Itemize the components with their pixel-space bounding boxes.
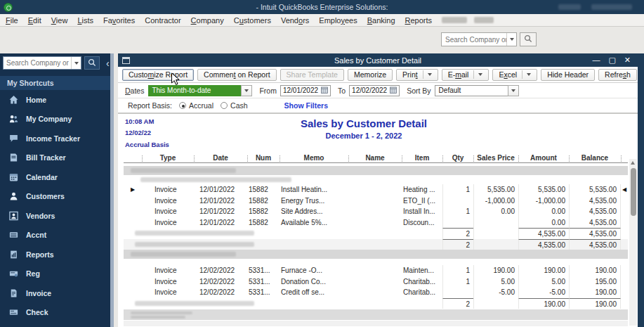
dates-select[interactable]: This Month-to-date <box>148 85 241 96</box>
global-search-input[interactable] <box>442 36 506 44</box>
sidebar-item-customers[interactable]: Customers <box>0 187 114 207</box>
sidebar-scrollbar[interactable] <box>110 53 114 327</box>
table-row[interactable]: Invoice12/02/20225331...Credit off se...… <box>124 287 628 298</box>
hide-header-button[interactable]: Hide Header <box>541 69 595 81</box>
calendar-icon[interactable] <box>321 86 328 95</box>
search-button[interactable] <box>520 32 537 46</box>
menu-item-file[interactable]: File <box>6 16 18 25</box>
redacted-text <box>135 301 254 306</box>
search-icon <box>524 33 532 46</box>
memorize-button[interactable]: Memorize <box>348 69 393 81</box>
column-header-balance[interactable]: Balance <box>569 154 621 162</box>
sidebar-search-input[interactable] <box>4 59 71 67</box>
report-title: Sales by Customer Detail <box>118 117 610 129</box>
menu-item-favorites[interactable]: Favorites <box>103 16 135 25</box>
redacted-text <box>131 316 185 319</box>
menu-item-banking[interactable]: Banking <box>367 16 395 25</box>
to-date-field[interactable]: 12/02/2022 <box>349 85 400 96</box>
table-row[interactable]: ▶Invoice12/01/202215882Install Heatin...… <box>124 184 628 195</box>
sidebar-item-check[interactable]: Check <box>0 303 114 323</box>
menu-item-customers[interactable]: Customers <box>234 16 271 25</box>
close-button[interactable]: ✕ <box>624 56 631 64</box>
sidebar-search-button[interactable] <box>84 56 100 70</box>
menu-item-vendors[interactable]: Vendors <box>281 16 309 25</box>
sidebar-item-label: Reg <box>26 269 40 278</box>
sortby-select-caret[interactable] <box>508 85 519 96</box>
cash-label: Cash <box>230 101 248 110</box>
minimize-button[interactable]: — <box>592 56 600 64</box>
sidebar-items: HomeMy CompanyIncome TrackerBill Tracker… <box>0 90 114 327</box>
excel-button[interactable]: Excel <box>492 69 537 81</box>
calendar-icon[interactable] <box>390 86 397 95</box>
bill-tracker-icon <box>8 153 19 162</box>
top-toolbar-strip <box>0 27 644 53</box>
sidebar-item-income-tracker[interactable]: Income Tracker <box>0 129 114 148</box>
sidebar-search-box[interactable] <box>3 56 81 70</box>
sidebar-item-bill[interactable]: Bill <box>0 322 114 327</box>
column-header-qty[interactable]: Qty <box>442 154 473 162</box>
menu-item-lists[interactable]: Lists <box>77 16 93 25</box>
show-filters-link[interactable]: Show Filters <box>284 101 328 110</box>
column-header-date[interactable]: Date <box>194 154 247 162</box>
sidebar-item-invoice[interactable]: Invoice <box>0 283 114 303</box>
menu-item-employees[interactable]: Employees <box>319 16 357 25</box>
table-row[interactable]: Invoice12/01/202215882Energy Trus...ETO_… <box>124 195 628 207</box>
sidebar-item-reports[interactable]: Reports <box>0 245 114 264</box>
menu-item-edit[interactable]: Edit <box>28 16 41 25</box>
customize-report-button[interactable]: Customize Report <box>122 69 194 81</box>
column-header-amount[interactable]: Amount <box>518 154 569 162</box>
chevron-down-icon[interactable] <box>478 73 482 76</box>
table-row[interactable]: Invoice12/01/202215882Site Addres...Inst… <box>124 206 628 217</box>
column-header-item[interactable]: Item <box>402 154 442 162</box>
sortby-select[interactable]: Default <box>435 85 508 96</box>
column-header-num[interactable]: Num <box>247 154 280 162</box>
maximize-button[interactable]: ▢ <box>608 56 615 64</box>
global-search-box[interactable] <box>441 32 517 46</box>
accrual-radio[interactable] <box>179 102 186 109</box>
menu-item-contractor[interactable]: Contractor <box>145 16 180 25</box>
refresh-button[interactable]: Refresh <box>598 69 637 81</box>
scroll-up-icon[interactable] <box>631 161 635 165</box>
column-header-name[interactable]: Name <box>348 154 402 162</box>
comment-on-report-button[interactable]: Comment on Report <box>197 69 277 81</box>
scrollbar-thumb[interactable] <box>631 168 636 216</box>
dates-select-caret[interactable] <box>241 85 252 96</box>
menu-bar: FileEditViewListsFavoritesContractorComp… <box>0 14 644 27</box>
sidebar-item-reg[interactable]: Reg <box>0 264 114 284</box>
job-subheading-row <box>124 175 628 184</box>
sidebar-item-accnt[interactable]: Accnt <box>0 226 114 245</box>
column-header-memo[interactable]: Memo <box>280 154 348 162</box>
sidebar-item-my-company[interactable]: My Company <box>0 110 114 129</box>
share-template-button[interactable]: Share Template <box>280 69 344 81</box>
menu-item-company[interactable]: Company <box>191 16 224 25</box>
e-mail-button[interactable]: E-mail <box>442 69 489 81</box>
sidebar-item-label: Vendors <box>26 212 55 220</box>
vendors-icon <box>8 211 19 221</box>
cash-radio[interactable] <box>221 102 228 109</box>
chevron-down-icon[interactable] <box>527 73 531 76</box>
report-basis-label: Report Basis: <box>128 101 172 110</box>
sidebar-search-caret[interactable] <box>71 57 81 69</box>
vertical-scrollbar[interactable] <box>629 159 637 326</box>
sidebar-item-label: My Company <box>26 115 72 123</box>
sidebar-item-bill-tracker[interactable]: Bill Tracker <box>0 148 114 168</box>
os-title-bar: - Intuit QuickBooks Enterprise Solutions… <box>0 0 644 14</box>
search-icon <box>88 57 96 70</box>
menu-item-view[interactable]: View <box>51 16 68 25</box>
chevron-down-icon[interactable] <box>428 73 432 76</box>
sidebar-item-vendors[interactable]: Vendors <box>0 206 114 226</box>
app-title: - Intuit QuickBooks Enterprise Solutions… <box>0 3 644 11</box>
table-row[interactable]: Invoice12/02/20225331...Furnace -O...Mai… <box>124 265 628 276</box>
table-row[interactable]: Invoice12/02/20225331...Donation Co...Ch… <box>124 276 628 288</box>
sidebar-item-home[interactable]: Home <box>0 90 114 110</box>
sidebar-item-calendar[interactable]: Calendar <box>0 167 114 187</box>
table-row[interactable]: Invoice12/01/202215882Available 5%...Dis… <box>124 217 628 229</box>
from-date-field[interactable]: 12/01/2022 <box>280 85 331 96</box>
column-header-type[interactable]: Type <box>142 154 194 162</box>
print-button[interactable]: Print <box>396 69 438 81</box>
column-header-sales-price[interactable]: Sales Price <box>473 154 518 162</box>
menu-item-reports[interactable]: Reports <box>405 16 433 25</box>
invoice-icon <box>8 288 19 298</box>
search-dropdown-caret[interactable] <box>506 33 516 46</box>
sidebar-collapse-icon[interactable]: ‹ <box>106 58 110 68</box>
